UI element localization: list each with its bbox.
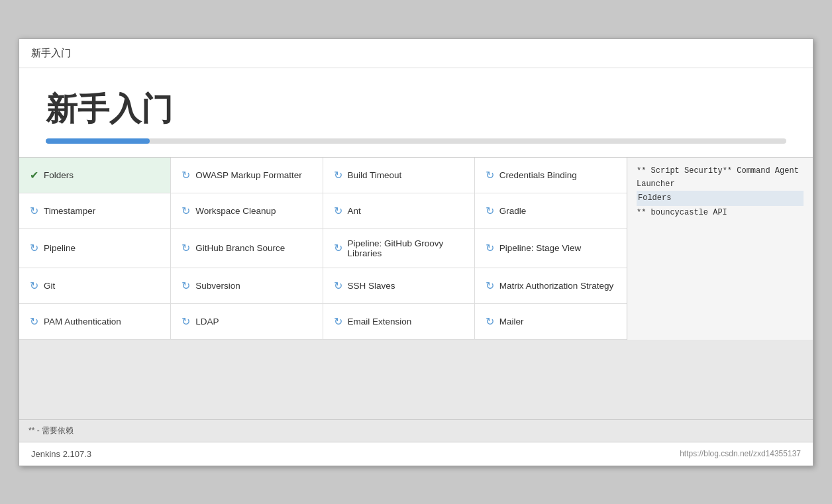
plugin-name: GitHub Branch Source [195,243,285,253]
plugin-name: Git [44,281,55,291]
plugin-cell-mailer[interactable]: ↻Mailer [475,304,627,340]
refresh-icon: ↻ [486,169,494,181]
plugins-grid: ✔Folders↻OWASP Markup Formatter↻Build Ti… [19,158,627,340]
plugin-cell-pipeline-github-groovy[interactable]: ↻Pipeline: GitHub Groovy Libraries [323,229,475,268]
window-title: 新手入门 [19,39,813,68]
plugin-name: Mailer [499,317,524,327]
plugin-name: Folders [44,170,74,180]
check-icon: ✔ [30,169,38,181]
plugin-cell-ssh-slaves[interactable]: ↻SSH Slaves [323,268,475,304]
refresh-icon: ↻ [334,315,342,328]
refresh-icon: ↻ [486,315,494,328]
side-panel-line: Folders [637,191,804,205]
plugin-cell-subversion[interactable]: ↻Subversion [171,268,323,304]
plugin-cell-pipeline[interactable]: ↻Pipeline [19,229,171,268]
refresh-icon: ↻ [182,169,190,181]
plugin-name: SSH Slaves [348,281,395,291]
refresh-icon: ↻ [182,205,190,217]
refresh-icon: ↻ [486,279,494,292]
plugin-name: Pipeline [44,243,76,253]
refresh-icon: ↻ [486,242,494,254]
plugin-name: Ant [348,206,361,216]
refresh-icon: ↻ [182,242,190,254]
refresh-icon: ↻ [334,205,342,217]
plugin-name: Subversion [195,281,240,291]
refresh-icon: ↻ [334,279,342,292]
refresh-icon: ↻ [182,279,190,292]
plugin-name: PAM Authentication [44,317,121,327]
plugin-cell-workspace-cleanup[interactable]: ↻Workspace Cleanup [171,193,323,229]
plugin-name: Build Timeout [348,170,402,180]
plugin-name: Credentials Binding [499,170,577,180]
plugin-name: LDAP [195,317,219,327]
side-panel-line: ** Script Security [637,166,723,176]
side-panel-line: ** bouncycastle API [637,208,727,217]
refresh-icon: ↻ [30,205,38,217]
dependency-note: ** - 需要依赖 [19,419,813,442]
refresh-icon: ↻ [334,169,342,181]
plugin-cell-github-branch-source[interactable]: ↻GitHub Branch Source [171,229,323,268]
refresh-icon: ↻ [30,315,38,328]
plugin-cell-build-timeout[interactable]: ↻Build Timeout [323,158,475,193]
refresh-icon: ↻ [182,315,190,328]
progress-bar-fill [46,138,150,144]
spacer-area [19,340,813,419]
plugin-cell-credentials-binding[interactable]: ↻Credentials Binding [475,158,627,193]
plugin-name: Timestamper [44,206,95,216]
side-panel: ** Script Security** Command Agent Launc… [627,158,813,340]
progress-bar-container [46,138,786,144]
plugin-cell-pipeline-stage-view[interactable]: ↻Pipeline: Stage View [475,229,627,268]
plugin-cell-pam-auth[interactable]: ↻PAM Authentication [19,304,171,340]
plugin-cell-gradle[interactable]: ↻Gradle [475,193,627,229]
plugin-name: Gradle [499,206,527,216]
plugins-grid-area: ✔Folders↻OWASP Markup Formatter↻Build Ti… [19,157,813,340]
plugin-name: Matrix Authorization Strategy [499,281,614,291]
plugin-cell-timestamper[interactable]: ↻Timestamper [19,193,171,229]
main-window: 新手入门 新手入门 ✔Folders↻OWASP Markup Formatte… [19,38,813,466]
plugin-name: Pipeline: GitHub Groovy Libraries [348,238,464,258]
refresh-icon: ↻ [30,242,38,254]
main-area: 新手入门 ✔Folders↻OWASP Markup Formatter↻Bui… [19,68,813,442]
hero-section: 新手入门 [19,68,813,157]
plugin-name: Email Extension [348,317,412,327]
watermark: https://blog.csdn.net/zxd14355137 [680,449,801,458]
plugin-name: OWASP Markup Formatter [195,170,302,180]
plugin-cell-email-extension[interactable]: ↻Email Extension [323,304,475,340]
plugin-name: Workspace Cleanup [195,206,276,216]
plugin-cell-matrix-auth[interactable]: ↻Matrix Authorization Strategy [475,268,627,304]
footer-bar: Jenkins 2.107.3 https://blog.csdn.net/zx… [19,442,813,466]
plugin-cell-ldap[interactable]: ↻LDAP [171,304,323,340]
refresh-icon: ↻ [486,205,494,217]
version-label: Jenkins 2.107.3 [31,449,91,459]
plugin-cell-ant[interactable]: ↻Ant [323,193,475,229]
refresh-icon: ↻ [334,242,342,254]
hero-title: 新手入门 [46,88,786,130]
plugin-cell-owasp-markup-formatter[interactable]: ↻OWASP Markup Formatter [171,158,323,193]
plugin-cell-folders[interactable]: ✔Folders [19,158,171,193]
refresh-icon: ↻ [30,279,38,292]
plugin-name: Pipeline: Stage View [499,243,582,253]
plugin-cell-git[interactable]: ↻Git [19,268,171,304]
